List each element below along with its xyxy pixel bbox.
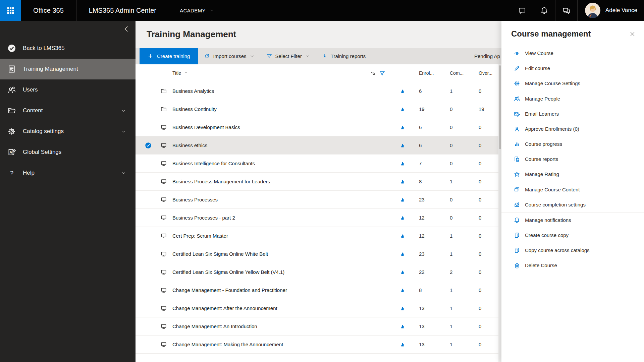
panel-item-course-completion-settings[interactable]: Course completion settings: [501, 197, 644, 212]
sidebar-collapse-button[interactable]: [123, 25, 130, 33]
select-filter-button[interactable]: Select Filter: [260, 48, 316, 64]
course-title[interactable]: Business Processes - part 2: [172, 215, 394, 221]
panel-item-approve-enrollments-0[interactable]: Approve Enrollments (0): [501, 121, 644, 136]
import-courses-button[interactable]: Import courses: [198, 48, 260, 64]
chat-button[interactable]: [511, 0, 533, 21]
notifications-button[interactable]: [533, 0, 555, 21]
app-launcher-button[interactable]: [0, 0, 21, 21]
course-progress-chart-cell[interactable]: [394, 269, 411, 275]
table-row[interactable]: Business Continuity19019: [136, 100, 501, 118]
course-title[interactable]: Change Management: After the Announcemen…: [172, 305, 394, 311]
course-progress-chart-cell[interactable]: [394, 88, 411, 94]
panel-item-manage-people[interactable]: Manage People: [501, 91, 644, 106]
course-title[interactable]: Business ethics: [172, 142, 394, 148]
panel-item-delete-course[interactable]: Delete Course: [501, 258, 644, 273]
create-training-button[interactable]: Create training: [140, 48, 198, 64]
column-filter-icon[interactable]: [379, 70, 385, 76]
brand-lms365-admin-center[interactable]: LMS365 Admin Center: [76, 0, 169, 21]
course-progress-chart-cell[interactable]: [394, 161, 411, 167]
scrollbar-thumb[interactable]: [499, 65, 501, 149]
course-title[interactable]: Business Analytics: [172, 88, 394, 94]
catalog-selector[interactable]: ACADEMY: [169, 0, 225, 21]
panel-item-view-course[interactable]: View Course: [501, 46, 644, 61]
panel-item-email-learners[interactable]: Email Learners: [501, 106, 644, 121]
column-title[interactable]: Title: [172, 70, 181, 76]
row-select-cell[interactable]: [136, 142, 155, 149]
brand-office365[interactable]: Office 365: [21, 0, 76, 21]
table-row[interactable]: Business Intelligence for Consultants700: [136, 155, 501, 173]
course-progress-chart-cell[interactable]: [394, 305, 411, 311]
chart-bars-icon: [399, 106, 406, 112]
sidebar-item-global-settings[interactable]: AGlobal Settings: [0, 142, 136, 163]
panel-item-manage-rating[interactable]: Manage Rating: [501, 167, 644, 182]
course-progress-chart-cell[interactable]: [394, 197, 411, 203]
course-title[interactable]: Certified Lean Six Sigma Online Yellow B…: [172, 269, 394, 275]
panel-item-course-reports[interactable]: Course reports: [501, 152, 644, 167]
panel-item-course-progress[interactable]: Course progress: [501, 136, 644, 152]
column-overdue[interactable]: Over...: [471, 70, 501, 76]
course-title[interactable]: Business Processes: [172, 197, 394, 202]
course-progress-chart-cell[interactable]: [394, 106, 411, 112]
table-row[interactable]: Business Processes - part 21200: [136, 209, 501, 227]
course-title[interactable]: Change Management: An Introduction: [172, 323, 394, 329]
pencil-icon: [514, 65, 520, 72]
sidebar-item-help[interactable]: ?Help: [0, 163, 136, 183]
course-progress-chart-cell[interactable]: [394, 179, 411, 185]
table-row[interactable]: Business Analytics610: [136, 82, 501, 100]
table-row[interactable]: Business Processes2300: [136, 191, 501, 209]
course-progress-chart-cell[interactable]: [394, 142, 411, 148]
sidebar-item-training-management[interactable]: Training Management: [0, 59, 136, 79]
course-title[interactable]: Business Development Basics: [172, 124, 394, 130]
catalog-name: ACADEMY: [180, 8, 206, 13]
sidebar-item-back-to-lms365[interactable]: Back to LMS365: [0, 38, 136, 59]
course-title[interactable]: Certified Lean Six Sigma Online White Be…: [172, 251, 394, 257]
enrolled-count: 12: [411, 215, 442, 221]
sidebar-item-label: Global Settings: [23, 149, 61, 156]
course-progress-chart-cell[interactable]: [394, 251, 411, 257]
panel-item-edit-course[interactable]: Edit course: [501, 61, 644, 76]
sort-ascending-icon[interactable]: [183, 71, 189, 76]
sidebar-item-content[interactable]: Content: [0, 100, 136, 121]
panel-item-manage-notifications[interactable]: Manage notifications: [501, 213, 644, 228]
panel-close-button[interactable]: [629, 31, 636, 37]
panel-item-manage-course-content[interactable]: Manage Course Content: [501, 182, 644, 197]
table-row[interactable]: Certified Lean Six Sigma Online White Be…: [136, 245, 501, 263]
course-title[interactable]: Business Intelligence for Consultants: [172, 161, 394, 166]
table-row[interactable]: Change Management: After the Announcemen…: [136, 299, 501, 317]
table-row[interactable]: Business Process Management for Leaders8…: [136, 173, 501, 191]
course-progress-chart-cell[interactable]: [394, 287, 411, 293]
course-progress-chart-cell[interactable]: [394, 342, 411, 348]
vertical-scrollbar[interactable]: [498, 64, 501, 362]
panel-item-manage-course-settings[interactable]: Manage Course Settings: [501, 76, 644, 91]
course-progress-chart-cell[interactable]: [394, 215, 411, 221]
pending-approvals-button[interactable]: Pending Ap: [474, 48, 500, 64]
table-row[interactable]: Certified Lean Six Sigma Online Yellow B…: [136, 263, 501, 281]
overdue-count: 0: [471, 215, 501, 221]
table-row[interactable]: Business Development Basics600: [136, 118, 501, 136]
overdue-count: 0: [471, 161, 501, 166]
user-profile[interactable]: Adele Vance: [577, 0, 644, 21]
feedback-button[interactable]: [555, 0, 577, 21]
table-row[interactable]: Business ethics600: [136, 136, 501, 155]
table-row[interactable]: Change Management: An Introduction1310: [136, 317, 501, 336]
column-completed[interactable]: Com...: [442, 70, 471, 76]
training-reports-button[interactable]: Training reports: [316, 48, 372, 64]
table-row[interactable]: Cert Prep: Scrum Master1210: [136, 227, 501, 245]
panel-item-copy-course-across-catalogs[interactable]: Copy course across catalogs: [501, 243, 644, 258]
course-title[interactable]: Business Process Management for Leaders: [172, 179, 394, 184]
course-title[interactable]: Change Management - Foundation and Pract…: [172, 287, 394, 293]
sidebar-item-catalog-settings[interactable]: Catalog settings: [0, 121, 136, 142]
table-row[interactable]: Change Management: Making the Announceme…: [136, 336, 501, 354]
completed-count: 0: [442, 215, 471, 221]
sidebar-item-users[interactable]: Users: [0, 79, 136, 100]
course-title[interactable]: Cert Prep: Scrum Master: [172, 233, 394, 239]
course-title[interactable]: Change Management: Making the Announceme…: [172, 342, 394, 347]
course-progress-chart-cell[interactable]: [394, 233, 411, 239]
panel-item-create-course-copy[interactable]: Create course copy: [501, 228, 644, 243]
table-row[interactable]: Change Management - Foundation and Pract…: [136, 281, 501, 299]
course-title[interactable]: Business Continuity: [172, 106, 394, 112]
hide-preview-icon[interactable]: [370, 70, 376, 76]
column-enrolled[interactable]: Enrol...: [411, 70, 442, 76]
course-progress-chart-cell[interactable]: [394, 323, 411, 329]
course-progress-chart-cell[interactable]: [394, 124, 411, 130]
